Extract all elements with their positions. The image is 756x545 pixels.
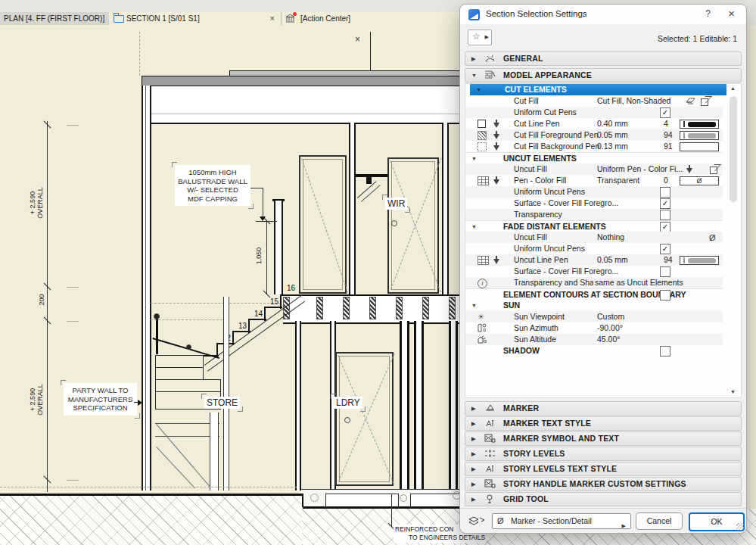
layers-icon[interactable] <box>468 515 486 526</box>
marker-symbol-icon <box>484 479 496 488</box>
subheader-element-contours[interactable]: ELEMENT CONTOURS AT SECTION BOUNDARY <box>465 288 723 301</box>
pen-number[interactable]: 94 <box>664 129 673 141</box>
row-fade-uncut-line-pen: Uncut Line Pen 0.05 mm 94 <box>465 254 723 266</box>
pen-number[interactable]: 94 <box>664 254 673 266</box>
close-icon[interactable]: × <box>728 7 735 20</box>
svg-text:α: α <box>483 327 486 332</box>
subheader-uncut-elements[interactable]: ▼ UNCUT ELEMENTS <box>465 152 723 164</box>
subpanel-cut-elements[interactable]: ▼ CUT ELEMENTS <box>470 84 726 95</box>
checkbox-checked[interactable]: ✓ <box>660 244 670 254</box>
pen-weight-value[interactable]: 0.05 mm <box>597 254 628 266</box>
cancel-button[interactable]: Cancel <box>636 512 683 530</box>
row-value[interactable]: Uniform Pen - Color Fi... <box>597 164 683 175</box>
dashed-ground-line <box>0 487 297 487</box>
pen-number[interactable]: 4 <box>664 118 668 129</box>
balustrade-dim-text: 1,050 <box>255 241 263 271</box>
pen-number[interactable]: 0 <box>664 175 668 186</box>
pen-color-swatch[interactable] <box>680 131 719 140</box>
scrollbar[interactable]: ▲ ▼ <box>728 84 739 397</box>
checkbox-checked[interactable]: ✓ <box>660 198 670 209</box>
newel-post <box>156 318 158 354</box>
stud-wall <box>442 123 449 294</box>
row-value[interactable]: Nothing <box>597 232 624 243</box>
panel-model-appearance[interactable]: ▼ MODEL APPEARANCE <box>465 68 742 83</box>
pen-color-swatch[interactable] <box>680 142 719 151</box>
row-fade-uniform-uncut-pens: Uniform Uncut Pens ✓ <box>465 243 723 254</box>
door-panel[interactable] <box>299 155 347 294</box>
marker-style-dropdown[interactable]: Ø Marker - Section/Detail ▶ <box>492 513 631 529</box>
room-label-ldry[interactable]: LDRY <box>334 397 362 409</box>
panel-marker-symbol-and-text[interactable]: ▶ MARKER SYMBOL AND TEXT <box>465 431 742 446</box>
cube-icon[interactable] <box>710 167 717 174</box>
party-wall-note[interactable]: PARTY WALL TO MANUFACTURERS SPECIFICATIO… <box>64 383 137 416</box>
archicad-logo-icon <box>468 9 480 20</box>
subpanel-title: CUT ELEMENTS <box>505 84 567 95</box>
section-marker-line <box>370 32 371 71</box>
pen-weight-value[interactable]: 0.05 mm <box>597 129 628 141</box>
scroll-thumb[interactable] <box>730 96 737 202</box>
checkbox-checked[interactable]: ✓ <box>660 107 670 118</box>
pen-icon[interactable] <box>686 165 692 174</box>
pen-color-swatch[interactable] <box>680 120 719 129</box>
subheader-fade-distant-elements[interactable]: ▼ FADE DISTANT ELEMENTS ✓ <box>465 220 723 232</box>
panel-story-levels-text-style[interactable]: ▶ STORY LEVELS TEXT STYLE <box>465 462 742 476</box>
checkbox-unchecked[interactable] <box>660 266 670 277</box>
pen-color-swatch[interactable] <box>680 256 719 265</box>
panel-marker[interactable]: ▶ MARKER <box>465 401 742 416</box>
row-value[interactable]: -90.00° <box>597 322 623 334</box>
balustrade-note[interactable]: 1050mm HIGH BALUSTRADE WALL W/- SELECTED… <box>175 165 250 206</box>
checkbox-unchecked[interactable] <box>660 346 670 357</box>
dialog-titlebar[interactable]: Section Selection Settings ? × <box>460 5 746 24</box>
row-value[interactable]: Transparent <box>597 175 639 186</box>
pen-number[interactable]: 91 <box>664 141 673 152</box>
row-value[interactable]: Cut Fill, Non-Shaded <box>597 95 670 107</box>
scroll-up-icon[interactable]: ▲ <box>730 86 736 91</box>
pen-set-icon[interactable] <box>686 96 696 105</box>
room-label-wir[interactable]: WIR <box>385 198 407 210</box>
room-label-store[interactable]: STORE <box>204 397 240 409</box>
pen-weight-value[interactable]: 0.40 mm <box>597 118 628 129</box>
favorites-button[interactable]: ☆ ▶ <box>468 30 492 45</box>
empty-set-icon: Ø <box>709 232 716 244</box>
tab-plan[interactable]: PLAN [4. FF (FIRST FLOOR)] <box>0 12 113 25</box>
stair-number: 15 <box>270 297 278 306</box>
resize-grip[interactable] <box>736 523 744 531</box>
cube-icon[interactable] <box>701 98 708 106</box>
panel-story-levels[interactable]: ▶ STORY LEVELS <box>465 447 742 461</box>
tab-section[interactable]: SECTION 1 [S/01 S1] × <box>109 12 282 25</box>
row-label: Surface - Cover Fill Foregro... <box>514 266 618 277</box>
subheader-sun[interactable]: ▼ SUN <box>465 300 723 311</box>
collapse-icon: ▼ <box>471 153 477 164</box>
help-icon[interactable]: ? <box>705 8 711 19</box>
subheader-shadow[interactable]: SHADOW <box>465 345 723 357</box>
checkbox-unchecked[interactable] <box>660 290 670 301</box>
panel-grid-tool[interactable]: ▶ GRID TOOL <box>465 492 742 506</box>
model-appearance-body: ▼ CUT ELEMENTS Cut Fill Cut Fill, Non-Sh… <box>465 83 742 398</box>
pen-icon <box>493 120 499 129</box>
pen-color-swatch[interactable]: Ø <box>680 176 719 185</box>
empty-set-icon: Ø <box>497 514 504 528</box>
row-uncut-fill: Uncut Fill Uniform Pen - Color Fi... <box>465 164 723 175</box>
row-value[interactable]: 45.00° <box>597 334 620 345</box>
collapse-icon: ▶ <box>471 478 475 490</box>
panel-title: GRID TOOL <box>503 493 549 505</box>
tab-action-center[interactable]: [Action Center] <box>282 12 460 25</box>
checkbox-unchecked[interactable] <box>660 187 670 198</box>
panel-marker-text-style[interactable]: ▶ MARKER TEXT STYLE <box>465 416 742 431</box>
panel-story-handle-marker[interactable]: ▶ STORY HANDLE MARKER CUSTOM SETTINGS <box>465 477 742 491</box>
subheader-title: SHADOW <box>503 345 540 357</box>
row-cut-fill: Cut Fill Cut Fill, Non-Shaded <box>465 95 723 107</box>
checkbox-unchecked[interactable] <box>660 210 670 220</box>
row-value[interactable]: Custom <box>597 311 624 322</box>
panel-general[interactable]: ▶ GENERAL <box>465 51 742 66</box>
folder-icon <box>114 15 124 23</box>
row-label: Uncut Line Pen <box>514 254 568 266</box>
checkbox-checked[interactable]: ✓ <box>660 222 670 232</box>
pen-weight-value[interactable]: 0.13 mm <box>597 141 628 152</box>
scroll-down-icon[interactable]: ▼ <box>730 389 736 394</box>
row-surface-cover-fill: Surface - Cover Fill Foregro... ✓ <box>465 198 723 209</box>
panel-title: STORY HANDLE MARKER CUSTOM SETTINGS <box>503 478 686 490</box>
panel-title: STORY LEVELS <box>503 447 565 459</box>
earth-hatch <box>0 496 302 545</box>
tab-close-icon[interactable]: × <box>270 12 275 25</box>
